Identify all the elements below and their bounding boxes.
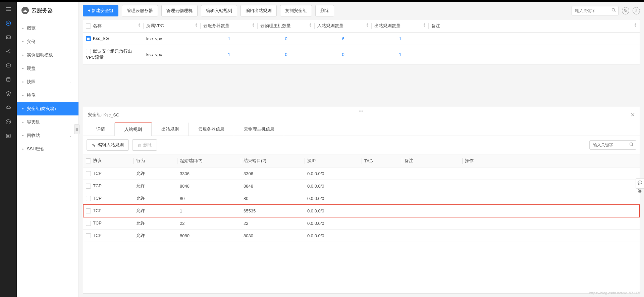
rail-mail-icon[interactable] bbox=[4, 118, 12, 126]
rule-checkbox[interactable] bbox=[86, 208, 91, 213]
svg-point-6 bbox=[7, 37, 8, 38]
rail-list-icon[interactable] bbox=[4, 132, 12, 140]
sg-table: 名称▲▼ 所属VPC▲▼ 云服务器数量▲▼ 云物理主机数量▲▼ 入站规则数量▲▼… bbox=[83, 19, 640, 64]
svg-rect-5 bbox=[6, 36, 10, 39]
menu-icon[interactable] bbox=[4, 5, 12, 13]
rail-server-icon[interactable] bbox=[4, 19, 12, 27]
sidebar-item-0[interactable]: 概览 bbox=[17, 21, 78, 35]
delete-rule-button[interactable]: 🗑删除 bbox=[132, 139, 157, 151]
rail-share-icon[interactable] bbox=[4, 47, 12, 55]
download-icon[interactable]: ⇩ bbox=[633, 7, 640, 14]
in-count-link[interactable]: 0 bbox=[342, 52, 344, 57]
sidebar-item-1[interactable]: 实例 bbox=[17, 35, 78, 48]
drag-handle-icon[interactable]: ≡≡ bbox=[359, 109, 364, 113]
manage-server-button[interactable]: 管理云服务器 bbox=[122, 5, 158, 16]
server-count-link[interactable]: 1 bbox=[228, 52, 230, 57]
sidebar-item-label: 回收站 bbox=[27, 133, 40, 139]
rule-row[interactable]: TCP允许1655350.0.0.0/0 bbox=[83, 205, 640, 217]
rail-db-icon[interactable] bbox=[4, 76, 12, 84]
rule-checkbox[interactable] bbox=[86, 233, 91, 238]
phys-count-link[interactable]: 0 bbox=[285, 52, 287, 57]
in-count-link[interactable]: 6 bbox=[342, 36, 344, 41]
svg-point-10 bbox=[9, 52, 10, 53]
svg-point-12 bbox=[7, 78, 10, 79]
search-icon[interactable] bbox=[629, 142, 634, 148]
out-count-link[interactable]: 1 bbox=[399, 36, 401, 41]
rail-cloud-icon[interactable] bbox=[4, 104, 12, 112]
sidebar-item-5[interactable]: 镜像 bbox=[17, 89, 78, 102]
tab-phys-info[interactable]: 云物理主机信息 bbox=[234, 122, 284, 136]
detail-prefix: 安全组: bbox=[88, 112, 102, 118]
svg-rect-2 bbox=[6, 10, 11, 11]
rule-checkbox[interactable] bbox=[86, 171, 91, 176]
sidebar-item-7[interactable]: 容灾组 bbox=[17, 115, 78, 129]
rule-row[interactable]: TCP允许330633060.0.0.0/0 bbox=[83, 167, 640, 180]
rule-select-all[interactable] bbox=[86, 158, 91, 163]
sidebar-item-4[interactable]: 快照⌄ bbox=[17, 75, 78, 89]
rule-row[interactable]: TCP允许22220.0.0.0/0 bbox=[83, 217, 640, 230]
detail-panel: ≡≡ 安全组: Ksc_SG × 详情 入站规则 出站规则 云服务器信息 云物理… bbox=[83, 107, 640, 294]
edit-in-button[interactable]: 编辑入站规则 bbox=[201, 5, 237, 16]
sg-row[interactable]: 默认安全组只放行出VPC流量ksc_vpc1001 bbox=[83, 45, 640, 64]
detail-tabs: 详情 入站规则 出站规则 云服务器信息 云物理主机信息 bbox=[83, 122, 640, 136]
row-checkbox[interactable] bbox=[86, 36, 91, 41]
sidebar-title: 云服务器 bbox=[32, 7, 53, 14]
rail-dashboard-icon[interactable] bbox=[4, 33, 12, 41]
tab-detail[interactable]: 详情 bbox=[87, 122, 115, 136]
sort-icon[interactable]: ▲▼ bbox=[423, 23, 426, 28]
rail-stack-icon[interactable] bbox=[4, 90, 12, 98]
consult-float[interactable]: 💬 咨询 bbox=[636, 178, 644, 189]
manage-physical-button[interactable]: 管理云物理机 bbox=[161, 5, 198, 16]
svg-point-9 bbox=[9, 49, 10, 50]
server-count-link[interactable]: 1 bbox=[228, 36, 230, 41]
svg-rect-0 bbox=[6, 7, 11, 8]
row-checkbox[interactable] bbox=[86, 49, 91, 54]
new-sg-button[interactable]: 新建安全组 bbox=[83, 5, 118, 16]
sidebar-item-2[interactable]: 实例启动模板 bbox=[17, 48, 78, 62]
sidebar-item-9[interactable]: SSH密钥 bbox=[17, 142, 78, 156]
sort-icon[interactable]: ▲▼ bbox=[195, 23, 198, 28]
sidebar-toggle[interactable]: ☰ bbox=[74, 124, 79, 134]
rule-checkbox[interactable] bbox=[86, 196, 91, 201]
sort-icon[interactable]: ▲▼ bbox=[138, 23, 141, 28]
sg-row[interactable]: Ksc_SGksc_vpc1061 bbox=[83, 33, 640, 45]
close-icon[interactable]: × bbox=[631, 110, 635, 119]
rule-row[interactable]: TCP允许808080800.0.0.0/0 bbox=[83, 230, 640, 242]
tab-server-info[interactable]: 云服务器信息 bbox=[189, 122, 234, 136]
server-icon: ☁ bbox=[21, 7, 29, 14]
rule-row[interactable]: TCP允许884888480.0.0.0/0 bbox=[83, 180, 640, 192]
edit-rule-button[interactable]: ✎编辑入站规则 bbox=[87, 139, 129, 151]
sort-icon[interactable]: ▲▼ bbox=[366, 23, 369, 28]
edit-out-button[interactable]: 编辑出站规则 bbox=[240, 5, 277, 16]
refresh-icon[interactable]: ↻ bbox=[622, 7, 629, 14]
rule-table: 协议 行为 起始端口(?) 结束端口(?) 源IP TAG 备注 操作 TCP允… bbox=[83, 154, 640, 242]
detail-name: Ksc_SG bbox=[103, 112, 119, 117]
svg-point-8 bbox=[6, 51, 7, 52]
trash-icon: 🗑 bbox=[137, 143, 142, 147]
phys-count-link[interactable]: 0 bbox=[285, 36, 287, 41]
svg-point-11 bbox=[6, 64, 10, 65]
sidebar-item-8[interactable]: 回收站⌄ bbox=[17, 129, 78, 142]
rule-checkbox[interactable] bbox=[86, 184, 91, 189]
search-icon[interactable] bbox=[611, 8, 616, 14]
sidebar-item-6[interactable]: 安全组(防火墙) bbox=[17, 102, 78, 115]
rule-row[interactable]: TCP允许80800.0.0.0/0 bbox=[83, 192, 640, 205]
copy-sg-button[interactable]: 复制安全组 bbox=[280, 5, 312, 16]
sidebar-item-label: 快照 bbox=[27, 79, 36, 85]
svg-point-7 bbox=[9, 37, 9, 38]
delete-sg-button[interactable]: 删除 bbox=[315, 5, 334, 16]
sort-icon[interactable]: ▲▼ bbox=[309, 23, 312, 28]
rail-disk-icon[interactable] bbox=[4, 61, 12, 69]
tab-outbound[interactable]: 出站规则 bbox=[152, 122, 189, 136]
chevron-down-icon: ⌄ bbox=[69, 134, 72, 138]
rule-checkbox[interactable] bbox=[86, 221, 91, 226]
sg-table-card: 名称▲▼ 所属VPC▲▼ 云服务器数量▲▼ 云物理主机数量▲▼ 入站规则数量▲▼… bbox=[83, 19, 640, 64]
chevron-down-icon: ⌄ bbox=[69, 80, 72, 84]
sidebar-item-3[interactable]: 硬盘 bbox=[17, 62, 78, 75]
sort-icon[interactable]: ▲▼ bbox=[252, 23, 255, 28]
sort-icon[interactable]: ▲▼ bbox=[634, 23, 637, 28]
sg-select-all[interactable] bbox=[86, 23, 91, 29]
svg-rect-14 bbox=[6, 134, 10, 138]
out-count-link[interactable]: 1 bbox=[399, 52, 401, 57]
tab-inbound[interactable]: 入站规则 bbox=[115, 122, 152, 136]
